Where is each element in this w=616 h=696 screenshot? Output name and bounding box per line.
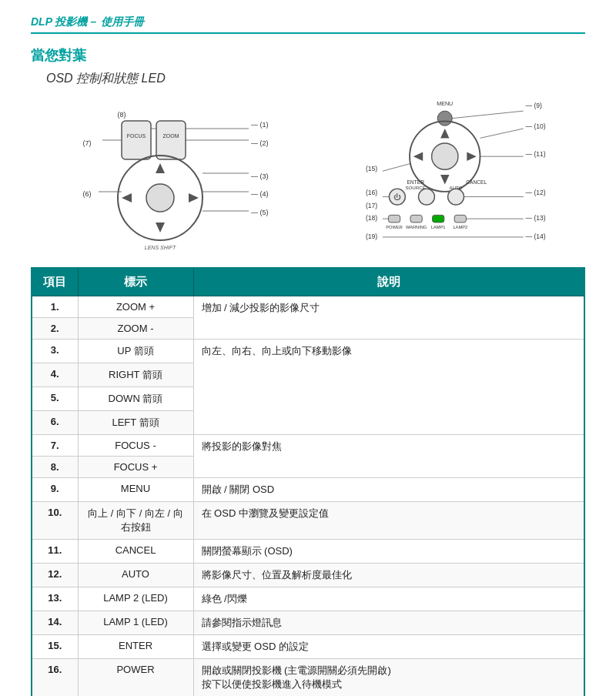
- cell-desc: 向左、向右、向上或向下移動影像: [193, 340, 584, 435]
- cell-num: 3.: [32, 340, 78, 363]
- cell-label: CANCEL: [78, 540, 193, 564]
- cell-num: 15.: [32, 635, 78, 659]
- svg-text:— (11): — (11): [525, 150, 545, 158]
- table-row: 15.ENTER選擇或變更 OSD 的設定: [32, 635, 584, 659]
- svg-point-47: [447, 189, 464, 205]
- diagram-right: MENU — (9) — (10) ENTER: [326, 98, 557, 252]
- left-diagram-svg: FOCUS (8) — (1) ZOOM (7) — (2): [60, 98, 283, 252]
- cell-label: DOWN 箭頭: [78, 387, 193, 411]
- svg-marker-35: [467, 152, 476, 160]
- svg-text:(8): (8): [117, 111, 126, 119]
- svg-text:— (3): — (3): [251, 172, 269, 180]
- info-table: 項目 標示 說明 1.ZOOM +增加 / 減少投影的影像尺寸2.ZOOM -3…: [31, 267, 585, 696]
- cell-num: 9.: [32, 478, 78, 502]
- svg-point-26: [437, 111, 452, 125]
- svg-text:— (14): — (14): [525, 233, 545, 240]
- cell-label: POWER: [78, 659, 193, 697]
- svg-text:SOURCE: SOURCE: [405, 185, 425, 190]
- cell-label: LAMP 2 (LED): [78, 587, 193, 611]
- page-container: DLP 投影機－ 使用手冊 當您對葉 OSD 控制和狀態 LED FOCUS (…: [0, 0, 616, 696]
- header-bar: DLP 投影機－ 使用手冊: [31, 15, 585, 34]
- table-row: 9.MENU開啟 / 關閉 OSD: [32, 478, 584, 502]
- table-row: 3.UP 箭頭向左、向右、向上或向下移動影像: [32, 340, 584, 363]
- table-row: 1.ZOOM +增加 / 減少投影的影像尺寸: [32, 296, 584, 318]
- cell-label: UP 箭頭: [78, 340, 193, 363]
- svg-marker-14: [156, 223, 165, 233]
- svg-text:WARNING: WARNING: [405, 225, 427, 229]
- table-header: 項目 標示 說明: [32, 268, 584, 296]
- cell-num: 2.: [32, 318, 78, 340]
- svg-text:⏻: ⏻: [393, 192, 400, 201]
- table-row: 16.POWER開啟或關閉投影機 (主電源開關必須先開啟)按下以便使投影機進入待…: [32, 659, 584, 697]
- cell-desc: 選擇或變更 OSD 的設定: [193, 635, 584, 659]
- cell-desc: 關閉螢幕顯示 (OSD): [193, 540, 584, 564]
- svg-text:POWER: POWER: [386, 225, 403, 229]
- col-header-label: 標示: [78, 268, 193, 296]
- svg-text:— (10): — (10): [525, 122, 545, 130]
- svg-text:(6): (6): [82, 190, 91, 198]
- svg-text:— (12): — (12): [525, 189, 545, 196]
- diagrams-row: FOCUS (8) — (1) ZOOM (7) — (2): [31, 98, 585, 252]
- cell-desc: 將影像尺寸、位置及解析度最佳化: [193, 564, 584, 587]
- svg-text:(7): (7): [82, 139, 91, 147]
- svg-text:— (9): — (9): [525, 102, 542, 109]
- svg-line-29: [452, 111, 523, 119]
- svg-text:(18): (18): [365, 214, 377, 222]
- svg-point-12: [146, 184, 174, 212]
- svg-text:— (1): — (1): [251, 121, 269, 129]
- cell-desc: 開啟 / 關閉 OSD: [193, 478, 584, 502]
- cell-desc: 增加 / 減少投影的影像尺寸: [193, 296, 584, 340]
- svg-text:ZOOM: ZOOM: [162, 133, 179, 139]
- cell-label: RIGHT 箭頭: [78, 363, 193, 387]
- svg-line-37: [480, 129, 523, 138]
- svg-marker-33: [440, 175, 449, 184]
- section-title: 當您對葉: [31, 46, 585, 65]
- table-row: 10.向上 / 向下 / 向左 / 向右按鈕在 OSD 中瀏覽及變更設定值: [32, 502, 584, 540]
- table-row: 11.CANCEL關閉螢幕顯示 (OSD): [32, 540, 584, 564]
- svg-marker-32: [440, 129, 449, 138]
- svg-line-43: [382, 164, 409, 172]
- svg-text:FOCUS: FOCUS: [126, 133, 146, 139]
- cell-num: 1.: [32, 296, 78, 318]
- right-diagram-svg: MENU — (9) — (10) ENTER: [326, 98, 557, 252]
- svg-rect-56: [410, 215, 422, 223]
- cell-label: LAMP 1 (LED): [78, 611, 193, 635]
- cell-desc: 開啟或關閉投影機 (主電源開關必須先開啟)按下以便使投影機進入待機模式: [193, 659, 584, 697]
- cell-num: 7.: [32, 435, 78, 457]
- col-header-desc: 說明: [193, 268, 584, 296]
- svg-text:MENU: MENU: [437, 101, 453, 107]
- diagram-left: FOCUS (8) — (1) ZOOM (7) — (2): [60, 98, 283, 252]
- svg-rect-0: [122, 121, 151, 159]
- svg-rect-57: [432, 215, 444, 223]
- cell-desc: 在 OSD 中瀏覽及變更設定值: [193, 502, 584, 540]
- svg-text:— (13): — (13): [525, 214, 545, 222]
- cell-num: 12.: [32, 564, 78, 587]
- svg-text:— (2): — (2): [251, 139, 269, 147]
- table-row: 7.FOCUS -將投影的影像對焦: [32, 435, 584, 457]
- svg-marker-13: [156, 163, 165, 173]
- cell-num: 10.: [32, 502, 78, 540]
- cell-label: AUTO: [78, 564, 193, 587]
- svg-text:(19): (19): [365, 233, 377, 240]
- cell-label: FOCUS -: [78, 435, 193, 457]
- table-row: 12.AUTO將影像尺寸、位置及解析度最佳化: [32, 564, 584, 587]
- cell-label: FOCUS +: [78, 457, 193, 478]
- svg-text:(17): (17): [365, 202, 377, 209]
- cell-num: 8.: [32, 457, 78, 478]
- svg-text:— (4): — (4): [251, 190, 269, 198]
- svg-marker-15: [122, 193, 132, 202]
- header-title: DLP 投影機－ 使用手冊: [31, 15, 144, 28]
- svg-text:LAMP2: LAMP2: [453, 225, 467, 229]
- svg-rect-55: [388, 215, 400, 223]
- table-body: 1.ZOOM +增加 / 減少投影的影像尺寸2.ZOOM -3.UP 箭頭向左、…: [32, 296, 584, 697]
- svg-rect-58: [454, 215, 466, 223]
- cell-num: 6.: [32, 411, 78, 435]
- svg-text:LENS SHIFT: LENS SHIFT: [144, 245, 176, 250]
- svg-point-46: [418, 189, 434, 205]
- svg-text:— (5): — (5): [251, 209, 269, 216]
- cell-label: LEFT 箭頭: [78, 411, 193, 435]
- cell-desc: 請參閱指示燈訊息: [193, 611, 584, 635]
- cell-num: 5.: [32, 387, 78, 411]
- cell-num: 11.: [32, 540, 78, 564]
- table-row: 14.LAMP 1 (LED)請參閱指示燈訊息: [32, 611, 584, 635]
